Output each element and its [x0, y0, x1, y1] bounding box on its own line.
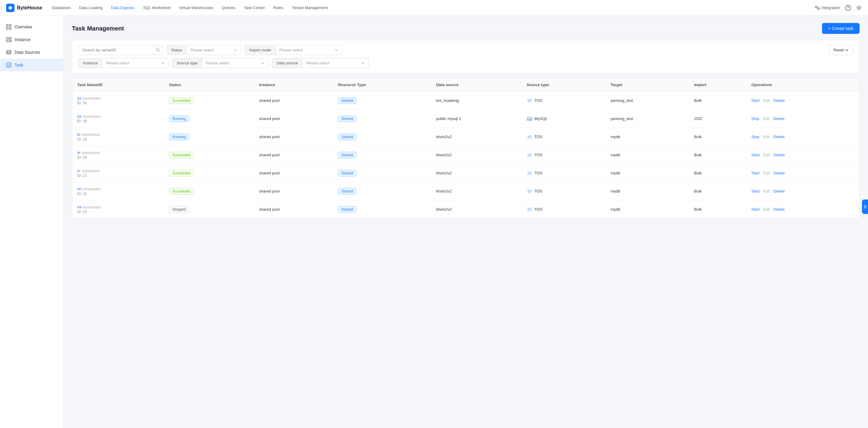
layout: Overview Instance Data Sources: [0, 16, 868, 428]
op-primary-button[interactable]: Start: [751, 98, 760, 103]
op-primary-button[interactable]: Start: [751, 189, 760, 193]
instance-cell: shared pool: [254, 110, 333, 128]
status-cell: Running: [164, 128, 254, 146]
target-cell: yanlong_test: [606, 92, 689, 110]
resource-badge: Shared: [338, 206, 356, 213]
target-cell: mydb: [606, 164, 689, 182]
page-title: Task Management: [72, 25, 124, 32]
nav-tenant-management[interactable]: Tenant Management: [292, 5, 328, 10]
data-source-placeholder: Please select: [306, 61, 329, 65]
sidebar-item-data-sources[interactable]: Data Sources: [0, 46, 63, 59]
task-name-link[interactable]: an: [77, 187, 159, 191]
instance-select[interactable]: Please select: [102, 58, 168, 68]
op-edit-button[interactable]: Edit: [763, 134, 770, 139]
status-select[interactable]: Please select: [187, 45, 241, 55]
target-cell: yanlong_test: [606, 110, 689, 128]
status-badge: Succeeded: [169, 97, 194, 104]
data-source-chevron-icon: [361, 61, 365, 65]
search-wrap: [78, 45, 163, 55]
svg-rect-25: [527, 208, 532, 211]
source-type-icon: [527, 188, 533, 194]
reset-button[interactable]: Reset: [829, 45, 853, 55]
task-id: ID: 29: [77, 119, 159, 123]
integration-label: Integration: [822, 5, 840, 10]
help-icon[interactable]: [845, 5, 851, 11]
task-id: ID: 16: [77, 192, 159, 196]
svg-point-5: [848, 9, 848, 9]
table-body: ya ID: 30 Succeeded shared pool Shared t…: [72, 92, 859, 219]
data-source-cell: public mysql 1: [431, 110, 522, 128]
op-primary-button[interactable]: Stop: [751, 117, 760, 121]
op-delete-button[interactable]: Delete: [773, 171, 785, 175]
op-delete-button[interactable]: Delete: [773, 189, 785, 193]
op-delete-button[interactable]: Delete: [773, 153, 785, 157]
sidebar-instance-label: Instance: [14, 37, 31, 42]
status-placeholder: Please select: [190, 48, 214, 52]
nav-data-loading[interactable]: Data Loading: [79, 5, 102, 10]
integration-button[interactable]: Integration: [815, 5, 840, 10]
op-primary-button[interactable]: Start: [751, 171, 760, 175]
op-delete-button[interactable]: Delete: [773, 207, 785, 211]
data-source-cell: khoiv2v2: [431, 128, 522, 146]
grid-icon: [6, 24, 11, 30]
op-edit-button[interactable]: Edit: [763, 98, 770, 103]
task-name-link[interactable]: ya: [77, 96, 159, 100]
instance-cell: shared pool: [254, 146, 333, 164]
task-name-link[interactable]: ya: [77, 114, 159, 119]
data-source-cell: khoiv2v2: [431, 200, 522, 219]
import-mode-chevron-icon: [335, 48, 338, 52]
operations-cell: Start Edit Delete: [746, 200, 859, 219]
logo[interactable]: ByteHouse: [6, 4, 42, 12]
op-edit-button[interactable]: Edit: [763, 117, 770, 121]
source-type-chevron-icon: [261, 61, 265, 65]
resource-badge: Shared: [338, 170, 356, 176]
op-edit-button[interactable]: Edit: [763, 189, 770, 193]
task-name-link[interactable]: cr: [77, 168, 159, 173]
task-name-cell: to ID: 19: [72, 128, 164, 146]
page-header: Task Management + Create task: [72, 23, 860, 34]
source-type-select[interactable]: Please select: [202, 58, 269, 68]
collapse-sidebar-button[interactable]: [862, 199, 868, 214]
task-name-cell: ya ID: 29: [72, 110, 164, 128]
instance-cell: shared pool: [254, 182, 333, 200]
search-input[interactable]: [78, 45, 163, 55]
status-filter-group: Status Please select: [167, 45, 241, 55]
op-delete-button[interactable]: Delete: [773, 117, 785, 121]
op-edit-button[interactable]: Edit: [763, 171, 770, 175]
op-edit-button[interactable]: Edit: [763, 153, 770, 157]
op-primary-button[interactable]: Stop: [751, 134, 760, 139]
operations-cell: Start Edit Delete: [746, 182, 859, 200]
source-type-icon: [527, 170, 533, 176]
data-source-label: Data source: [272, 58, 302, 68]
op-primary-button[interactable]: Start: [751, 207, 760, 211]
server-icon: [6, 37, 11, 42]
table-row: na ID: 15 Stopped shared pool Shared kho…: [72, 200, 859, 219]
op-primary-button[interactable]: Start: [751, 153, 760, 157]
chevron-right-icon: [864, 205, 867, 209]
nav-queries[interactable]: Queries: [222, 5, 236, 10]
import-mode-select[interactable]: Please select: [276, 45, 342, 55]
nav-data-express[interactable]: Data Express: [111, 5, 134, 10]
resource-badge: Shared: [338, 116, 356, 122]
nav-sql-worksheet[interactable]: SQL Worksheet: [143, 5, 170, 10]
op-delete-button[interactable]: Delete: [773, 98, 785, 103]
operations-cell: Stop Edit Delete: [746, 110, 859, 128]
nav-roles[interactable]: Roles: [273, 5, 283, 10]
source-type-icon: [527, 98, 533, 104]
task-name-link[interactable]: to: [77, 132, 159, 137]
instance-cell: shared pool: [254, 200, 333, 219]
sidebar-item-instance[interactable]: Instance: [0, 33, 63, 46]
sidebar-item-task[interactable]: Task: [0, 59, 63, 71]
sidebar-item-overview[interactable]: Overview: [0, 21, 63, 33]
task-name-link[interactable]: na: [77, 205, 159, 209]
nav-task-center[interactable]: Task Center: [244, 5, 265, 10]
op-delete-button[interactable]: Delete: [773, 134, 785, 139]
nav-databases[interactable]: Databases: [52, 5, 71, 10]
op-edit-button[interactable]: Edit: [763, 207, 770, 211]
data-source-select[interactable]: Please select: [302, 58, 369, 68]
nav-virtual-warehouses[interactable]: Virtual Warehouses: [179, 5, 213, 10]
create-task-button[interactable]: + Create task: [822, 23, 860, 34]
settings-icon[interactable]: [856, 5, 862, 11]
resource-badge: Shared: [338, 134, 356, 140]
task-name-link[interactable]: te: [77, 150, 159, 155]
